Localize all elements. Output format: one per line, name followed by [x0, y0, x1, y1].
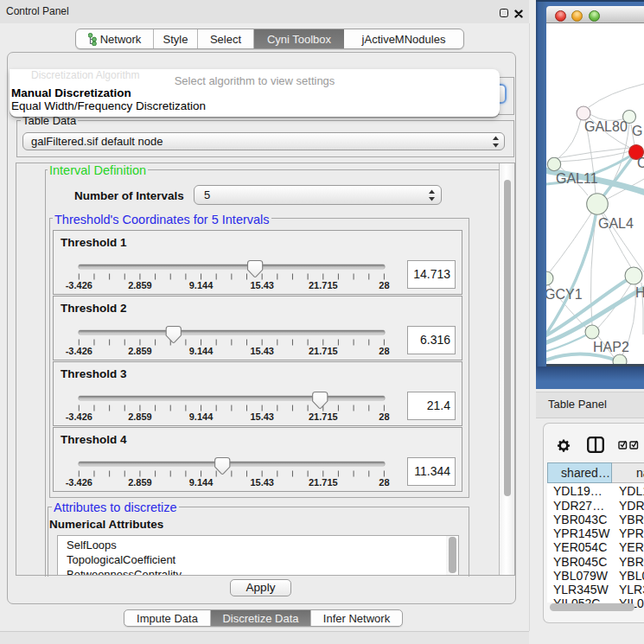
svg-text:C: C [637, 156, 644, 170]
svg-text:HAP2: HAP2 [593, 340, 629, 354]
svg-text:GAL4: GAL4 [598, 216, 634, 231]
svg-text:GAL11: GAL11 [556, 171, 598, 186]
svg-text:H: H [635, 285, 644, 300]
svg-text:G: G [632, 124, 642, 138]
svg-text:GCY1: GCY1 [546, 287, 583, 302]
svg-text:GAL80: GAL80 [584, 119, 628, 134]
